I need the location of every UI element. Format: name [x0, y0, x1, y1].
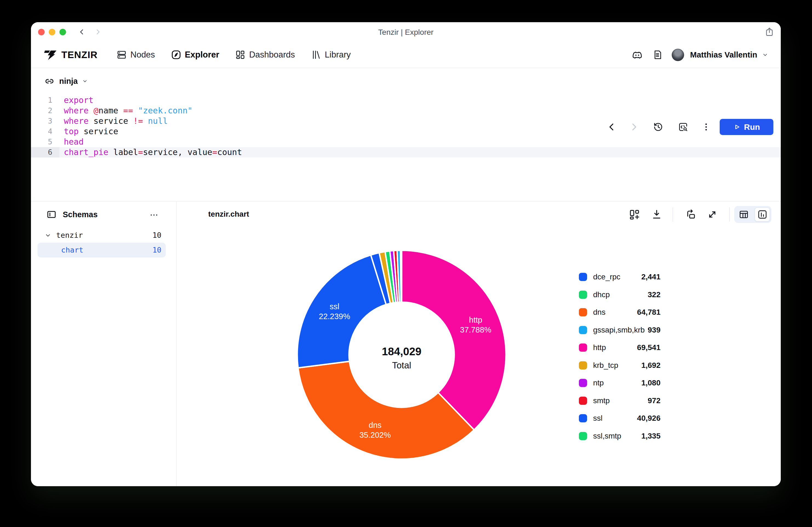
- pie-slice-dhcp[interactable]: [401, 250, 402, 302]
- schemas-title: Schemas: [63, 210, 98, 219]
- legend-item-dce_rpc[interactable]: dce_rpc2,441: [579, 268, 661, 286]
- code-text: where service != null: [59, 116, 168, 126]
- legend-item-ssl,smtp[interactable]: ssl,smtp1,335: [579, 427, 661, 445]
- legend-value: 1,335: [641, 432, 661, 440]
- expand-icon[interactable]: [707, 209, 718, 220]
- code-token: [88, 106, 93, 115]
- legend-swatch-icon: [579, 291, 587, 299]
- nav-item-explorer[interactable]: Explorer: [171, 49, 219, 60]
- discord-icon[interactable]: [631, 49, 643, 61]
- nav-item-nodes[interactable]: Nodes: [116, 49, 155, 60]
- legend-swatch-icon: [579, 326, 587, 334]
- docs-icon[interactable]: [652, 49, 663, 60]
- tenzir-logo[interactable]: TENZIR: [44, 42, 98, 68]
- code-token: @: [93, 106, 98, 115]
- legend-item-dns[interactable]: dns64,781: [579, 304, 661, 321]
- nav-item-dashboards[interactable]: Dashboards: [235, 49, 295, 60]
- legend-item-gssapi,smb,krb[interactable]: gssapi,smb,krb939: [579, 321, 661, 339]
- code-token: name: [98, 106, 123, 115]
- brand-text: TENZIR: [61, 49, 98, 60]
- schema-group-tenzir[interactable]: tenzir 10: [31, 228, 177, 243]
- window-title: Tenzir | Explorer: [31, 28, 781, 37]
- code-text: head: [59, 137, 84, 147]
- copy-pipeline-icon[interactable]: [685, 209, 696, 220]
- query-editor[interactable]: 1export2where @name == "zeek.conn"3where…: [31, 95, 781, 158]
- legend-item-dhcp[interactable]: dhcp322: [579, 286, 661, 304]
- pie-slice-dns[interactable]: [298, 361, 474, 459]
- selected-row-highlight: [38, 243, 166, 258]
- legend-value: 972: [648, 396, 661, 405]
- schemas-header: Schemas: [31, 202, 176, 228]
- legend-label: ssl,smtp: [593, 432, 621, 440]
- legend-value: 1,080: [641, 379, 661, 387]
- legend-label: smtp: [593, 396, 610, 405]
- pie-slice-http[interactable]: [402, 250, 506, 430]
- code-line-5[interactable]: 5head: [31, 137, 781, 147]
- table-view-button[interactable]: [739, 209, 749, 220]
- code-text: where @name == "zeek.conn": [59, 105, 192, 116]
- legend-label: krb_tcp: [593, 361, 618, 370]
- legend-label: dhcp: [593, 290, 610, 299]
- titlebar: Tenzir | Explorer: [31, 22, 781, 42]
- schema-group-label: tenzir: [56, 231, 83, 239]
- nav-item-label: Library: [325, 50, 351, 60]
- dashboards-icon: [235, 49, 245, 60]
- code-token: label: [108, 147, 138, 157]
- legend-value: 2,441: [641, 273, 661, 281]
- legend-item-smtp[interactable]: smtp972: [579, 392, 661, 410]
- user-name: Matthias Vallentin: [690, 50, 757, 59]
- nav-item-label: Dashboards: [249, 50, 295, 60]
- legend-item-krb_tcp[interactable]: krb_tcp1,692: [579, 357, 661, 375]
- legend-swatch-icon: [579, 361, 587, 369]
- pie-slice-ssl[interactable]: [297, 255, 386, 368]
- schema-item-chart[interactable]: chart 10: [31, 243, 177, 258]
- toolbar-separator: [672, 207, 673, 222]
- schema-item-count: 10: [152, 246, 161, 254]
- chart-view-icon: [757, 209, 768, 220]
- legend-item-ntp[interactable]: ntp1,080: [579, 374, 661, 392]
- nav-item-library[interactable]: Library: [311, 49, 351, 60]
- avatar: [672, 49, 684, 61]
- pipeline-name: ninja: [59, 77, 78, 86]
- tenzir-logo-icon: [44, 49, 57, 60]
- legend-swatch-icon: [579, 343, 587, 352]
- code-line-3[interactable]: 3where service != null: [31, 116, 781, 126]
- schema-item-label: chart: [61, 246, 83, 254]
- schemas-menu-icon[interactable]: [149, 210, 159, 220]
- code-token: service, value: [143, 147, 212, 157]
- code-line-6[interactable]: 6chart_pie label=service, value=count: [31, 147, 781, 158]
- code-token: export: [64, 95, 93, 105]
- chart-legend: dce_rpc2,441dhcp322dns64,781gssapi,smb,k…: [579, 268, 661, 445]
- pipeline-selector[interactable]: ninja: [44, 68, 88, 94]
- toolbar-separator: [729, 207, 730, 222]
- legend-label: ntp: [593, 379, 604, 387]
- download-icon[interactable]: [651, 209, 663, 220]
- legend-item-http[interactable]: http69,541: [579, 339, 661, 357]
- legend-item-ssl[interactable]: ssl40,926: [579, 410, 661, 427]
- chart-view-button[interactable]: [754, 207, 770, 222]
- code-line-1[interactable]: 1export: [31, 95, 781, 105]
- sidebar-toggle-icon[interactable]: [46, 209, 57, 220]
- code-token: chart_pie: [64, 147, 108, 157]
- app-window: Tenzir | Explorer TENZIR: [31, 22, 781, 486]
- code-text: top service: [59, 126, 118, 137]
- legend-label: http: [593, 343, 606, 352]
- legend-label: gssapi,smb,krb: [593, 326, 644, 334]
- share-icon[interactable]: [764, 27, 775, 37]
- line-number: 5: [31, 137, 59, 147]
- pie-total-label: Total: [392, 360, 411, 370]
- code-token: =: [212, 147, 217, 157]
- pie-chart-svg: http37.788%dns35.202%ssl22.239%184,029To…: [293, 246, 510, 463]
- code-line-2[interactable]: 2where @name == "zeek.conn": [31, 105, 781, 116]
- code-token: service: [78, 127, 118, 136]
- legend-swatch-icon: [579, 414, 587, 422]
- code-line-4[interactable]: 4top service: [31, 126, 781, 137]
- explorer-compass-icon: [171, 49, 182, 60]
- library-books-icon: [311, 49, 321, 60]
- legend-value: 69,541: [637, 343, 661, 352]
- add-to-dashboard-icon[interactable]: [629, 209, 640, 220]
- user-menu[interactable]: Matthias Vallentin: [672, 49, 768, 61]
- code-token: [143, 116, 148, 126]
- legend-value: 939: [648, 326, 661, 334]
- line-number: 4: [31, 126, 59, 137]
